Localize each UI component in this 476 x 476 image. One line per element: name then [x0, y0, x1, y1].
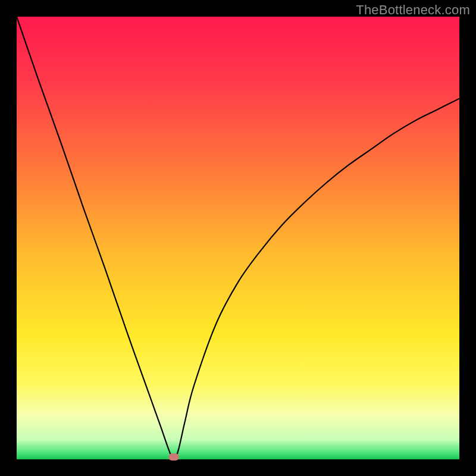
bottleneck-curve	[17, 17, 459, 459]
chart-frame	[17, 17, 459, 459]
optimal-point-marker	[168, 453, 179, 461]
watermark-text: TheBottleneck.com	[356, 2, 470, 18]
